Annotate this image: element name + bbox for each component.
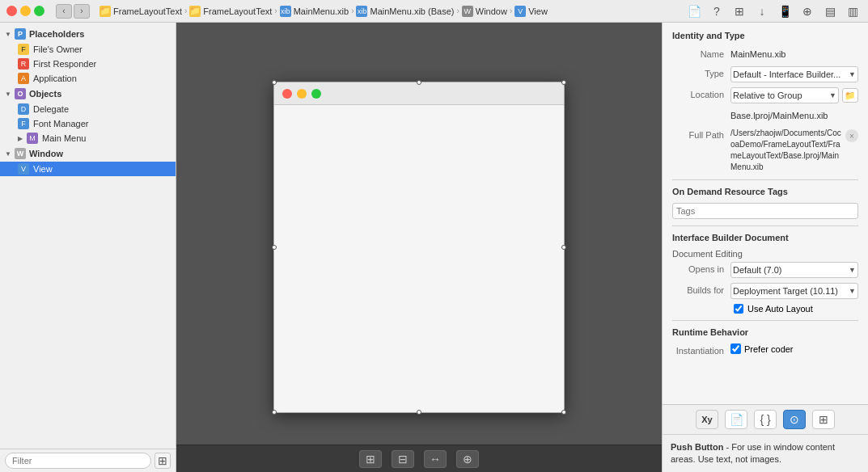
help-icon[interactable]: ? <box>708 2 726 20</box>
window-section-icon: W <box>15 148 26 159</box>
sidebar-item-application[interactable]: A Application <box>0 71 176 86</box>
resize-handle-tr[interactable] <box>561 80 566 85</box>
xib-icon-1: xib <box>280 6 291 17</box>
breadcrumb-sep-1: › <box>184 6 187 15</box>
breadcrumb-item-6[interactable]: V View <box>514 6 548 17</box>
type-select[interactable]: Default - Interface Builder... ▼ <box>730 66 858 82</box>
xy-badge[interactable]: Xy <box>696 410 718 429</box>
opens-in-select[interactable]: Default (7.0) ▼ <box>730 262 858 278</box>
path-clear-button[interactable]: × <box>845 129 858 142</box>
canvas-btn-2[interactable]: ⊟ <box>392 450 414 468</box>
location-select[interactable]: Relative to Group ▼ <box>730 87 839 103</box>
nav-back-button[interactable]: ‹ <box>56 4 72 19</box>
resize-handle-tm[interactable] <box>417 80 421 85</box>
resize-handle-bl[interactable] <box>272 410 277 415</box>
circle-tab[interactable]: ⊙ <box>783 410 806 429</box>
breadcrumb-item-1[interactable]: 📁 FrameLayoutText <box>100 6 182 17</box>
maximize-button[interactable] <box>34 6 44 16</box>
files-owner-icon: F <box>18 44 29 55</box>
sidebar-item-delegate[interactable]: D Delegate <box>0 102 176 116</box>
device-icon[interactable]: 📱 <box>776 2 794 20</box>
instantiation-row: Instantiation Prefer coder <box>672 343 858 358</box>
close-button[interactable] <box>6 6 17 16</box>
breadcrumb-item-2[interactable]: 📁 FrameLayoutText <box>189 6 272 17</box>
sidebar-item-first-responder[interactable]: R First Responder <box>0 57 176 71</box>
grid-icon[interactable]: ⊞ <box>730 2 748 20</box>
breadcrumb-label-5: Window <box>476 6 507 16</box>
location-folder-button[interactable]: 📁 <box>842 88 858 103</box>
file-tab[interactable]: 📄 <box>725 410 747 429</box>
builds-for-arrow: ▼ <box>849 287 856 295</box>
runtime-label: Runtime Behavior <box>672 327 858 337</box>
resize-handle-ml[interactable] <box>272 245 277 250</box>
location-select-value: Relative to Group <box>733 91 802 100</box>
breadcrumb-label-3: MainMenu.xib <box>294 6 349 16</box>
folder-icon-1: 📁 <box>100 6 111 17</box>
identity-type-title: Identity and Type <box>672 31 858 40</box>
auto-layout-checkbox[interactable] <box>734 304 743 314</box>
inspector-description: Push Button - For use in window content … <box>663 435 868 472</box>
code-tab[interactable]: { } <box>754 410 777 429</box>
add-icon[interactable]: ⊕ <box>798 2 816 20</box>
canvas-btn-1[interactable]: ⊞ <box>359 450 382 468</box>
inspector-icon[interactable]: ▥ <box>844 2 862 20</box>
breadcrumb-item-3[interactable]: xib MainMenu.xib <box>280 6 349 17</box>
canvas-btn-3[interactable]: ↔ <box>424 450 447 468</box>
add-file-icon[interactable]: 📄 <box>685 2 703 20</box>
canvas-bottom-bar: ⊞ ⊟ ↔ ⊕ <box>176 445 662 472</box>
resize-handle-mr[interactable] <box>561 245 566 250</box>
name-label: Name <box>672 47 730 61</box>
breadcrumb-label-6: View <box>528 6 548 16</box>
builds-for-value: Deployment Target (10.11) <box>733 286 838 296</box>
sidebar-item-font-manager[interactable]: F Font Manager <box>0 116 176 131</box>
base-path-row: Base.lproj/MainMenu.xib <box>672 108 858 123</box>
font-manager-label: Font Manager <box>33 119 88 129</box>
sidebar-section-window[interactable]: ▼ W Window <box>0 145 176 162</box>
tags-input[interactable] <box>672 203 858 219</box>
location-label: Location <box>672 87 730 102</box>
folder-icon-2: 📁 <box>189 6 201 17</box>
font-manager-icon: F <box>18 118 29 129</box>
mockup-content <box>274 105 564 412</box>
builds-for-select[interactable]: Deployment Target (10.11) ▼ <box>730 283 858 299</box>
filter-input[interactable] <box>5 453 151 469</box>
breadcrumb-sep-3: › <box>351 6 354 15</box>
grid-tab[interactable]: ⊞ <box>812 410 835 429</box>
nav-forward-button[interactable]: › <box>74 4 90 19</box>
application-icon: A <box>18 73 29 84</box>
sidebar-section-objects[interactable]: ▼ O Objects <box>0 86 176 102</box>
download-icon[interactable]: ↓ <box>753 2 771 20</box>
resize-handle-tl[interactable] <box>272 80 277 85</box>
sidebar-item-main-menu[interactable]: ▶ M Main Menu <box>0 131 176 145</box>
inspector-tabs: Xy 📄 { } ⊙ ⊞ <box>663 405 868 435</box>
objects-label: Objects <box>29 89 61 99</box>
location-select-arrow: ▼ <box>829 91 836 99</box>
full-path-value: /Users/zhaojw/Documents/CocoaDemo/FrameL… <box>730 128 842 173</box>
resize-handle-br[interactable] <box>561 410 566 415</box>
canvas-btn-4[interactable]: ⊕ <box>456 450 479 468</box>
sidebar-section-placeholders[interactable]: ▼ P Placeholders <box>0 26 176 42</box>
toolbar-right: 📄 ? ⊞ ↓ 📱 ⊕ ▤ ▥ <box>685 2 862 20</box>
mockup-close-dot <box>282 89 292 99</box>
breadcrumb-sep-5: › <box>510 6 512 15</box>
breadcrumb-item-5[interactable]: W Window <box>462 6 507 17</box>
builds-for-label: Builds for <box>672 283 730 297</box>
minimize-button[interactable] <box>20 6 31 16</box>
view-label: View <box>33 164 53 174</box>
objects-section-icon: O <box>15 88 26 99</box>
sidebar-content: ▼ P Placeholders F File's Owner R First … <box>0 23 176 449</box>
breadcrumb-item-4[interactable]: xib MainMenu.xib (Base) <box>356 6 454 17</box>
sidebar-add-button[interactable]: ⊞ <box>155 453 171 469</box>
builds-for-row: Builds for Deployment Target (10.11) ▼ <box>672 283 858 299</box>
breadcrumb: 📁 FrameLayoutText › 📁 FrameLayoutText › … <box>100 6 680 17</box>
first-responder-label: First Responder <box>33 59 96 69</box>
layout-icon[interactable]: ▤ <box>821 2 839 20</box>
resize-handle-bm[interactable] <box>417 410 421 415</box>
right-panel-bottom: Xy 📄 { } ⊙ ⊞ Push Button - For use in wi… <box>663 404 868 472</box>
right-panel-content: Identity and Type Name MainMenu.xib Type… <box>663 23 868 404</box>
prefer-coder-checkbox[interactable] <box>730 343 741 354</box>
sidebar-item-view[interactable]: V View <box>0 162 176 176</box>
sidebar-item-files-owner[interactable]: F File's Owner <box>0 42 176 57</box>
first-responder-icon: R <box>18 58 29 70</box>
type-row: Type Default - Interface Builder... ▼ <box>672 66 858 82</box>
